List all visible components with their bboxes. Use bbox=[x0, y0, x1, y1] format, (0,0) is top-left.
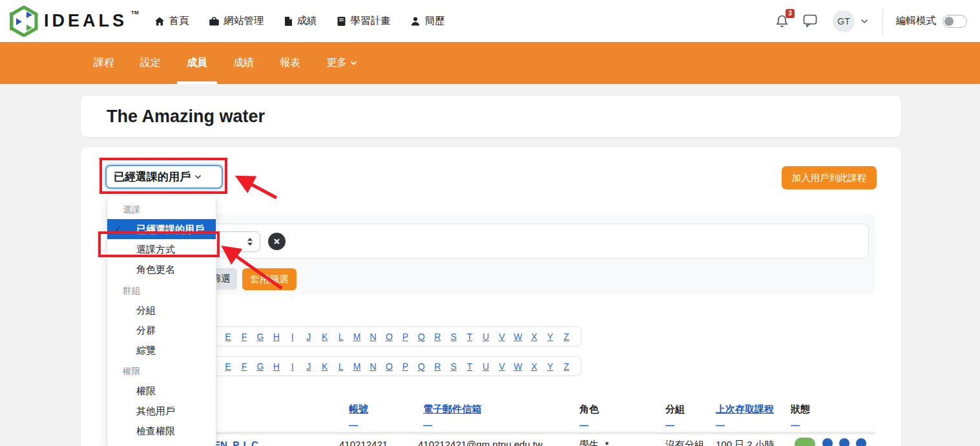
hide-column-control[interactable]: — bbox=[791, 420, 810, 430]
initial-letter-link[interactable]: Y bbox=[545, 332, 556, 342]
edit-enrolment-icon[interactable] bbox=[839, 438, 850, 446]
initial-letter-link[interactable]: Q bbox=[416, 361, 426, 372]
user-menu-chevron-icon[interactable] bbox=[860, 19, 868, 24]
nav-item-grades[interactable]: 成績 bbox=[284, 14, 317, 28]
table-header-divider bbox=[107, 432, 875, 434]
initial-letter-link[interactable]: J bbox=[304, 361, 314, 372]
nav-item-learning-plan[interactable]: 學習計畫 bbox=[337, 14, 391, 28]
initial-letter-link[interactable]: I bbox=[287, 332, 298, 342]
initial-letter-link[interactable]: U bbox=[481, 332, 491, 342]
menu-option-overview[interactable]: 綜覽 bbox=[107, 340, 216, 360]
initial-letter-link[interactable]: F bbox=[239, 332, 249, 342]
menu-option-enrolment-methods[interactable]: 選課方式 bbox=[107, 239, 216, 259]
column-header-status: 狀態 — bbox=[791, 403, 810, 430]
apply-filters-button[interactable]: 套用篩選 bbox=[242, 268, 297, 290]
initial-letter-link[interactable]: K bbox=[320, 361, 330, 372]
initial-letter-link[interactable]: J bbox=[304, 332, 314, 342]
notifications-button[interactable]: 3 bbox=[775, 14, 789, 28]
initial-letter-link[interactable]: H bbox=[271, 332, 282, 342]
initial-letter-link[interactable]: F bbox=[239, 361, 249, 372]
status-info-icon[interactable] bbox=[822, 438, 833, 446]
tab-settings[interactable]: 設定 bbox=[130, 42, 171, 84]
nav-item-profile[interactable]: 簡歷 bbox=[410, 14, 445, 28]
enrol-users-button[interactable]: 加入用戶到此課程 bbox=[782, 166, 877, 189]
chat-bubble-icon bbox=[803, 14, 817, 28]
initial-letter-link[interactable]: N bbox=[368, 332, 378, 342]
initial-letter-link[interactable]: E bbox=[223, 332, 233, 342]
messages-button[interactable] bbox=[803, 14, 817, 28]
topbar-divider bbox=[882, 8, 883, 35]
participant-role: 學生 bbox=[579, 439, 610, 446]
initial-letter-link[interactable]: P bbox=[400, 332, 410, 342]
surname-initials-bar: EFGHIJKLMNOPQRSTUVWXYZ bbox=[213, 356, 581, 376]
nav-item-home[interactable]: 首頁 bbox=[154, 14, 189, 28]
menu-option-check-permissions[interactable]: 檢查權限 bbox=[107, 421, 216, 441]
initial-letter-link[interactable]: U bbox=[481, 361, 491, 372]
initial-letter-link[interactable]: I bbox=[287, 361, 298, 372]
initial-letter-link[interactable]: S bbox=[448, 361, 459, 372]
initial-letter-link[interactable]: N bbox=[368, 361, 378, 372]
tab-grades[interactable]: 成績 bbox=[224, 42, 264, 84]
menu-option-enrolled-users[interactable]: ✓ 已經選課的用戶 bbox=[107, 219, 216, 239]
menu-header-enrolments: 選課 bbox=[107, 201, 216, 219]
initial-letter-link[interactable]: W bbox=[513, 332, 523, 342]
hide-column-control[interactable]: — bbox=[665, 420, 685, 430]
edit-mode-toggle[interactable] bbox=[943, 15, 967, 28]
initial-letter-link[interactable]: Y bbox=[545, 361, 556, 372]
initial-letter-link[interactable]: O bbox=[384, 361, 394, 372]
status-active-badge bbox=[795, 438, 815, 446]
menu-option-groups[interactable]: 分組 bbox=[107, 300, 216, 320]
brand-trademark: TM bbox=[131, 10, 139, 16]
initial-letter-link[interactable]: Q bbox=[416, 332, 426, 342]
person-icon bbox=[410, 16, 421, 27]
initial-letter-link[interactable]: E bbox=[223, 361, 233, 372]
remove-filter-button[interactable] bbox=[268, 233, 286, 250]
initial-letter-link[interactable]: T bbox=[464, 332, 475, 342]
initial-letter-link[interactable]: V bbox=[497, 332, 507, 342]
initial-letter-link[interactable]: V bbox=[497, 361, 507, 372]
menu-header-groups: 群組 bbox=[107, 282, 216, 300]
tab-participants[interactable]: 成員 bbox=[177, 42, 217, 84]
assign-role-icon[interactable] bbox=[603, 441, 610, 446]
initial-letter-link[interactable]: W bbox=[513, 361, 523, 372]
brand-logo[interactable]: IDEALS TM bbox=[9, 6, 139, 37]
tab-more[interactable]: 更多 bbox=[317, 42, 367, 84]
tab-course[interactable]: 課程 bbox=[84, 42, 124, 84]
initial-letter-link[interactable]: K bbox=[320, 332, 330, 342]
delete-enrolment-icon[interactable] bbox=[856, 438, 866, 446]
initial-letter-link[interactable]: P bbox=[400, 361, 410, 372]
initial-letter-link[interactable]: L bbox=[336, 361, 346, 372]
hide-column-control[interactable]: — bbox=[579, 420, 599, 430]
menu-option-role-rename[interactable]: 角色更名 bbox=[107, 259, 216, 279]
initial-letter-link[interactable]: M bbox=[352, 361, 362, 372]
initial-letter-link[interactable]: M bbox=[352, 332, 362, 342]
toolbox-icon bbox=[209, 16, 220, 27]
menu-option-permissions[interactable]: 權限 bbox=[107, 381, 216, 401]
initial-letter-link[interactable]: O bbox=[384, 332, 394, 342]
hide-column-control[interactable]: — bbox=[423, 420, 481, 430]
initial-letter-link[interactable]: L bbox=[336, 332, 346, 342]
initial-letter-link[interactable]: Z bbox=[561, 332, 572, 342]
participants-view-select[interactable]: 已經選課的用戶 bbox=[105, 165, 223, 189]
user-avatar[interactable]: GT bbox=[833, 10, 855, 32]
initial-letter-link[interactable]: R bbox=[432, 332, 443, 342]
initial-letter-link[interactable]: Z bbox=[561, 361, 572, 372]
initial-letter-link[interactable]: R bbox=[432, 361, 443, 372]
hide-column-control[interactable]: — bbox=[716, 420, 774, 430]
nav-item-site-admin[interactable]: 網站管理 bbox=[209, 14, 264, 28]
tab-reports[interactable]: 報表 bbox=[270, 42, 310, 84]
initial-letter-link[interactable]: G bbox=[255, 361, 266, 372]
menu-option-groupings[interactable]: 分群 bbox=[107, 320, 216, 340]
initial-letter-link[interactable]: G bbox=[255, 332, 266, 342]
menu-header-permissions: 權限 bbox=[107, 363, 216, 381]
hide-column-control[interactable]: — bbox=[349, 420, 368, 430]
initial-letter-link[interactable]: S bbox=[448, 332, 459, 342]
menu-option-other-users[interactable]: 其他用戶 bbox=[107, 401, 216, 421]
initial-letter-link[interactable]: H bbox=[271, 361, 282, 372]
participant-account: 410212421 bbox=[339, 439, 388, 446]
initial-letter-link[interactable]: X bbox=[529, 361, 539, 372]
initial-letter-link[interactable]: X bbox=[529, 332, 539, 342]
initial-letter-link[interactable]: T bbox=[464, 361, 475, 372]
edit-mode-label: 編輯模式 bbox=[896, 14, 936, 28]
ideals-logo-icon bbox=[9, 6, 39, 37]
